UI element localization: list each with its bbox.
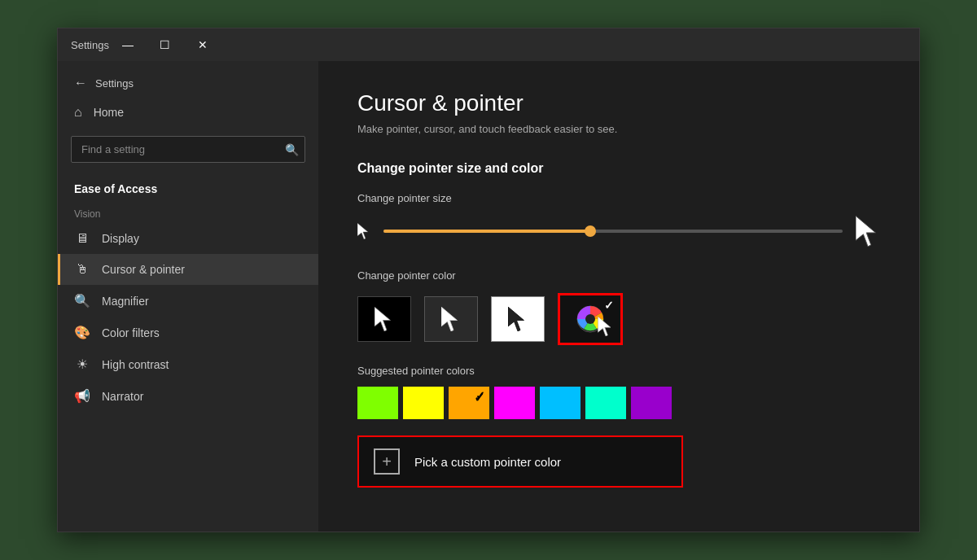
search-container: 🔍	[71, 136, 305, 163]
plus-icon: +	[374, 448, 400, 475]
settings-back-label: Settings	[95, 77, 134, 90]
svg-marker-7	[598, 317, 611, 336]
sidebar-narrator-label: Narrator	[102, 390, 143, 403]
maximize-button[interactable]: ☐	[147, 28, 184, 61]
suggested-color-pink[interactable]	[494, 387, 535, 419]
cursor-on-colorwheel-icon	[598, 317, 614, 336]
suggested-label: Suggested pointer colors	[357, 365, 880, 377]
sidebar-item-narrator[interactable]: 📢 Narrator	[58, 380, 318, 412]
sidebar-item-display[interactable]: 🖥 Display	[58, 223, 318, 254]
close-button[interactable]: ✕	[184, 28, 221, 61]
black-cursor-icon	[375, 307, 394, 331]
cursor-large-icon	[856, 216, 880, 247]
color-option-black[interactable]	[357, 296, 411, 342]
suggested-colors-row: ✓	[357, 387, 880, 419]
minimize-button[interactable]: —	[109, 28, 147, 61]
size-slider-fill	[383, 230, 590, 233]
sidebar: ← Settings ⌂ Home 🔍 Ease of Access Visio…	[58, 61, 318, 532]
sidebar-item-cursor[interactable]: 🖱 Cursor & pointer	[58, 254, 318, 285]
color-label: Change pointer color	[357, 269, 880, 282]
titlebar: Settings — ☐ ✕	[58, 28, 919, 61]
svg-marker-1	[856, 216, 875, 247]
sidebar-item-colorfilters[interactable]: 🎨 Color filters	[58, 317, 318, 348]
titlebar-title: Settings	[71, 39, 109, 51]
orange-checkmark: ✓	[475, 389, 485, 402]
suggested-color-purple[interactable]	[631, 387, 672, 419]
sidebar-colorfilters-label: Color filters	[102, 326, 160, 339]
color-options-row: ✓	[357, 293, 880, 345]
page-title: Cursor & pointer	[357, 90, 880, 116]
custom-color-label: Pick a custom pointer color	[414, 455, 561, 469]
back-icon: ←	[74, 76, 87, 90]
magnifier-icon: 🔍	[74, 293, 90, 308]
highcontrast-icon: ☀	[74, 357, 90, 372]
home-nav-item[interactable]: ⌂ Home	[58, 97, 318, 128]
svg-marker-0	[357, 223, 368, 239]
sidebar-cursor-label: Cursor & pointer	[102, 263, 185, 276]
suggested-color-orange[interactable]: ✓	[449, 387, 489, 419]
sidebar-magnifier-label: Magnifier	[102, 295, 149, 308]
inverted-cursor-icon	[508, 307, 528, 331]
settings-window: Settings — ☐ ✕ ← Settings ⌂ Home 🔍 Ease …	[57, 28, 920, 532]
sidebar-group-vision: Vision	[58, 200, 318, 223]
titlebar-controls: — ☐ ✕	[109, 28, 221, 61]
search-icon-button[interactable]: 🔍	[285, 143, 299, 156]
page-subtitle: Make pointer, cursor, and touch feedback…	[357, 123, 880, 135]
svg-point-6	[585, 314, 595, 324]
suggested-color-cyan[interactable]	[585, 387, 626, 419]
custom-color-button[interactable]: + Pick a custom pointer color	[357, 435, 683, 488]
size-slider-track	[383, 230, 843, 233]
home-label: Home	[94, 106, 124, 119]
sidebar-highcontrast-label: High contrast	[102, 358, 169, 371]
section-heading: Change pointer size and color	[357, 161, 880, 176]
display-icon: 🖥	[74, 231, 90, 246]
white-cursor-icon	[441, 307, 461, 331]
svg-marker-4	[508, 307, 524, 331]
size-label: Change pointer size	[357, 192, 880, 204]
svg-marker-2	[375, 307, 391, 331]
sidebar-item-highcontrast[interactable]: ☀ High contrast	[58, 348, 318, 380]
selected-checkmark: ✓	[604, 299, 614, 312]
pointer-size-row	[357, 216, 880, 247]
sidebar-display-label: Display	[102, 232, 139, 245]
color-option-inverted[interactable]	[491, 296, 545, 342]
suggested-color-lightblue[interactable]	[540, 387, 581, 419]
main-content: Cursor & pointer Make pointer, cursor, a…	[318, 61, 919, 532]
content-area: ← Settings ⌂ Home 🔍 Ease of Access Visio…	[58, 61, 919, 532]
size-slider-thumb[interactable]	[585, 225, 596, 237]
cursor-icon: 🖱	[74, 262, 90, 277]
sidebar-item-magnifier[interactable]: 🔍 Magnifier	[58, 285, 318, 317]
color-option-white[interactable]	[424, 296, 478, 342]
suggested-color-green[interactable]	[357, 387, 398, 419]
sidebar-section-heading: Ease of Access	[58, 171, 318, 200]
home-icon: ⌂	[74, 105, 82, 120]
suggested-color-yellow[interactable]	[403, 387, 444, 419]
cursor-small-icon	[357, 223, 370, 239]
colorfilters-icon: 🎨	[74, 325, 90, 340]
search-input[interactable]	[71, 136, 305, 163]
color-option-custom-selected[interactable]: ✓	[558, 293, 623, 345]
svg-marker-3	[441, 307, 458, 331]
back-button[interactable]: ← Settings	[58, 69, 318, 97]
narrator-icon: 📢	[74, 388, 90, 404]
